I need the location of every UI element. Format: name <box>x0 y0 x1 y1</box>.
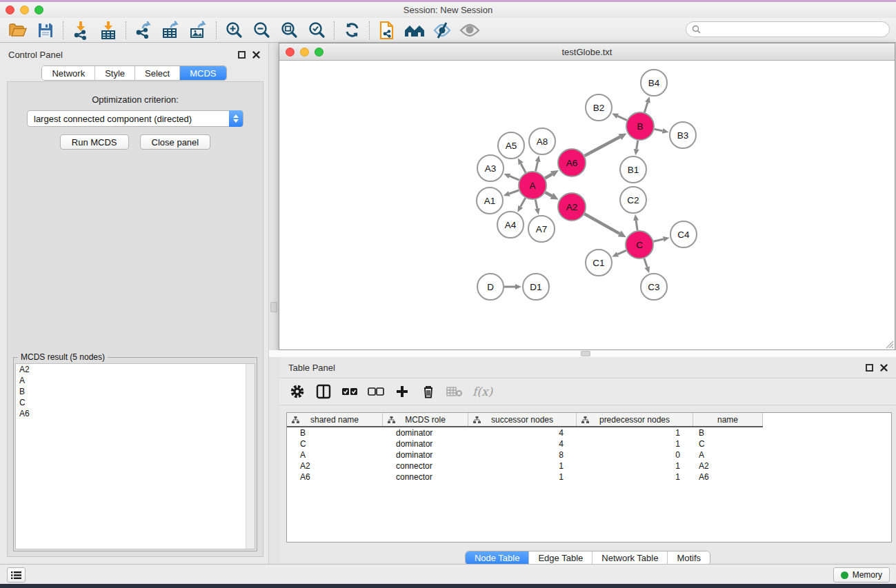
delete-table-icon[interactable] <box>446 383 463 400</box>
graph-edge-B-B2[interactable] <box>617 116 626 120</box>
export-table-icon[interactable] <box>157 19 185 41</box>
gear-icon[interactable] <box>289 383 306 400</box>
graph-node-label: B3 <box>677 130 689 141</box>
graph-edge-C-C4[interactable] <box>653 239 663 241</box>
tab-node-table[interactable]: Node Table <box>466 551 530 565</box>
run-mcds-button[interactable]: Run MCDS <box>60 134 129 150</box>
tab-style[interactable]: Style <box>95 66 135 80</box>
open-file-icon[interactable] <box>4 19 32 41</box>
graph-node-label: A1 <box>484 196 496 206</box>
result-list-item[interactable]: A <box>16 375 255 386</box>
show-all-icon[interactable] <box>456 19 484 41</box>
table-panel-float-icon[interactable] <box>866 364 873 372</box>
column-header-MCDS-role[interactable]: MCDS role <box>383 413 468 426</box>
network-window-titlebar[interactable]: testGlobe.txt <box>279 43 895 61</box>
close-panel-button[interactable]: Close panel <box>140 134 211 150</box>
table-row[interactable]: Bdominator41B <box>287 427 891 438</box>
table-header-row: shared nameMCDS rolesuccessor nodesprede… <box>287 413 763 427</box>
hide-selected-icon[interactable] <box>428 19 456 41</box>
zoom-out-icon[interactable] <box>248 19 275 41</box>
graph-edge-C-C3[interactable] <box>644 258 647 267</box>
tab-motifs[interactable]: Motifs <box>668 551 710 565</box>
search-input[interactable] <box>704 25 889 34</box>
column-header-predecessor-nodes[interactable]: predecessor nodes <box>577 413 693 426</box>
zoom-selected-icon[interactable] <box>303 19 330 41</box>
close-panel-icon[interactable] <box>252 51 260 59</box>
graph-node-label: B4 <box>648 78 660 88</box>
graph-node-label: A2 <box>566 202 578 212</box>
table-cell: 0 <box>577 450 693 460</box>
mcds-result-list[interactable]: A2ABCA6 <box>15 363 255 549</box>
graph-edge-A-A1[interactable] <box>509 190 519 194</box>
optimization-criterion-label: Optimization criterion: <box>8 94 263 105</box>
save-session-icon[interactable] <box>32 19 59 41</box>
result-list-item[interactable]: C <box>16 397 255 408</box>
edge-arrowhead <box>515 284 521 290</box>
graph-edge-B-B4[interactable] <box>644 103 648 112</box>
refresh-layout-icon[interactable] <box>338 19 366 41</box>
graph-edge-C-C2[interactable] <box>636 221 637 230</box>
graph-edge-B-B3[interactable] <box>655 129 663 131</box>
panel-splitter-grip[interactable] <box>270 302 277 312</box>
mcds-panel: Optimization criterion: largest connecte… <box>7 81 263 557</box>
table-row[interactable]: A6connector11A6 <box>287 472 891 483</box>
tab-edge-table[interactable]: Edge Table <box>529 551 593 565</box>
import-network-icon[interactable] <box>67 19 94 41</box>
criterion-dropdown[interactable]: largest connected component (directed) <box>27 110 243 127</box>
column-layout-icon[interactable] <box>315 383 332 400</box>
tab-mcds[interactable]: MCDS <box>180 66 226 80</box>
search-field[interactable] <box>686 21 890 37</box>
table-cell: connector <box>383 461 468 471</box>
table-row[interactable]: A2connector11A2 <box>287 460 891 472</box>
graph-edge-A-A7[interactable] <box>535 200 537 209</box>
tab-select[interactable]: Select <box>135 66 180 80</box>
tab-network[interactable]: Network <box>42 66 95 80</box>
column-header-shared-name[interactable]: shared name <box>287 413 383 426</box>
graph-edge-A-A2[interactable] <box>545 192 552 196</box>
export-network-icon[interactable] <box>130 19 157 41</box>
export-image-icon[interactable] <box>185 19 212 41</box>
graph-edge-A-A3[interactable] <box>510 176 519 180</box>
horizontal-splitter-grip[interactable] <box>581 351 590 356</box>
graph-edge-A-A6[interactable] <box>545 174 552 179</box>
table-row[interactable]: Adominator80A <box>287 449 891 460</box>
node-table: shared nameMCDS rolesuccessor nodesprede… <box>286 412 892 543</box>
graph-edge-A2-C[interactable] <box>584 214 619 234</box>
column-header-successor-nodes[interactable]: successor nodes <box>468 413 577 426</box>
tab-network-table[interactable]: Network Table <box>593 551 668 565</box>
first-neighbors-icon[interactable] <box>401 19 428 41</box>
graph-edge-B-B1[interactable] <box>637 141 638 150</box>
float-panel-icon[interactable] <box>238 51 246 59</box>
edge-arrowhead <box>645 97 650 103</box>
zoom-in-icon[interactable] <box>220 19 248 41</box>
result-list-item[interactable]: A6 <box>16 408 255 419</box>
result-list-item[interactable]: B <box>16 386 255 397</box>
import-table-icon[interactable] <box>94 19 122 41</box>
titlebar: Session: New Session <box>0 2 896 18</box>
graph-edge-A-A8[interactable] <box>535 161 537 171</box>
graph-edge-C-C1[interactable] <box>617 250 626 254</box>
add-column-icon[interactable] <box>394 383 410 400</box>
table-row[interactable]: Cdominator41C <box>287 438 891 449</box>
graph-edge-A-A5[interactable] <box>521 163 526 172</box>
function-builder-icon[interactable]: f(x) <box>472 383 492 400</box>
task-history-button[interactable] <box>7 567 26 582</box>
graph-edge-A-A4[interactable] <box>521 198 526 207</box>
deselect-all-icon[interactable] <box>368 383 384 400</box>
new-network-from-selection-icon[interactable] <box>373 19 401 41</box>
graph-edge-A6-B[interactable] <box>585 137 620 156</box>
result-scrollbar[interactable] <box>246 364 255 549</box>
network-canvas[interactable]: B4B2BB3A8A5A6A3B1AC2A1A2A4A7C4CC1C3DD1 <box>279 61 895 349</box>
graph-node-label: C <box>636 240 643 250</box>
zoom-fit-icon[interactable] <box>275 19 303 41</box>
horizontal-splitter[interactable] <box>269 350 896 357</box>
result-list-item[interactable]: A2 <box>16 364 255 375</box>
table-panel-close-icon[interactable] <box>880 364 888 372</box>
column-header-name[interactable]: name <box>693 413 763 426</box>
resize-grip-icon[interactable] <box>885 340 894 349</box>
memory-button[interactable]: Memory <box>833 567 890 582</box>
edge-arrowhead <box>504 191 510 196</box>
mcds-result-title: MCDS result (5 nodes) <box>18 352 108 362</box>
delete-column-icon[interactable] <box>420 383 437 400</box>
select-all-icon[interactable] <box>341 383 358 400</box>
